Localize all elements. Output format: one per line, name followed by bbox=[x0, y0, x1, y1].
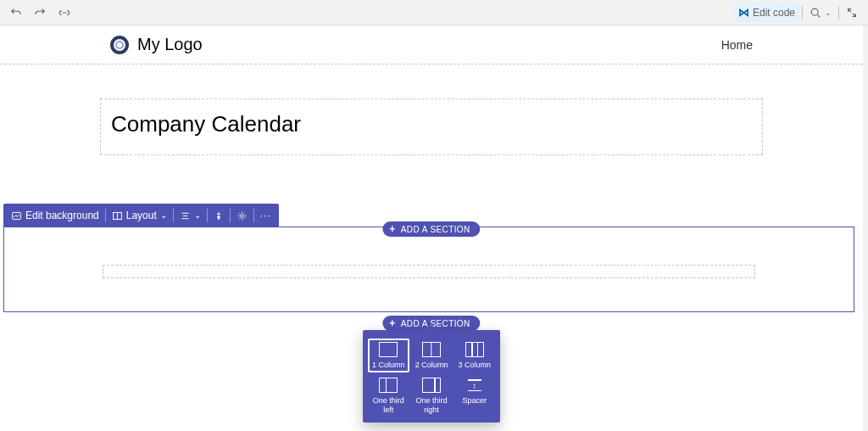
one-column-icon bbox=[379, 342, 398, 357]
plus-icon: + bbox=[389, 318, 395, 328]
layout-1-column[interactable]: 1 Column bbox=[368, 339, 409, 372]
svg-point-3 bbox=[240, 214, 243, 217]
layout-one-third-right[interactable]: One third right bbox=[411, 374, 453, 417]
page-title: Company Calendar bbox=[111, 111, 752, 137]
site-header: My Logo Home bbox=[0, 25, 863, 64]
page-canvas: My Logo Home Company Calendar Edit backg… bbox=[0, 25, 868, 431]
logo-icon bbox=[110, 36, 129, 54]
undo-button[interactable] bbox=[5, 3, 27, 22]
edit-code-label: Edit code bbox=[753, 7, 795, 19]
vscode-icon: ⋈ bbox=[738, 6, 749, 19]
layout-picker: 1 Column 2 Column 3 Column One third lef… bbox=[363, 330, 500, 423]
add-section-label: ADD A SECTION bbox=[401, 225, 470, 234]
layout-2-column[interactable]: 2 Column bbox=[411, 339, 453, 372]
nav-home[interactable]: Home bbox=[721, 38, 753, 52]
add-section-top[interactable]: + ADD A SECTION bbox=[382, 221, 480, 237]
svg-point-0 bbox=[811, 8, 818, 15]
spacer-icon: ↕ bbox=[465, 378, 484, 393]
layout-3-column[interactable]: 3 Column bbox=[453, 339, 495, 372]
pin-button[interactable] bbox=[208, 204, 230, 227]
section-toolbar: Edit background Layout bbox=[3, 204, 279, 227]
layout-one-third-left[interactable]: One third left bbox=[368, 374, 409, 417]
content-column: Company Calendar bbox=[0, 64, 863, 155]
edit-code-button[interactable]: ⋈ Edit code bbox=[733, 3, 800, 22]
more-button[interactable]: ··· bbox=[254, 204, 277, 227]
zoom-button[interactable]: ⌄ bbox=[804, 3, 837, 22]
layout-label: Layout bbox=[126, 210, 157, 221]
active-section[interactable] bbox=[3, 227, 854, 312]
three-column-icon bbox=[465, 342, 484, 357]
expand-button[interactable] bbox=[841, 3, 863, 22]
edit-background-label: Edit background bbox=[25, 210, 99, 221]
align-button[interactable] bbox=[174, 204, 207, 227]
empty-webpart-zone[interactable] bbox=[103, 265, 755, 278]
top-command-bar: ⋈ Edit code ⌄ bbox=[0, 0, 868, 25]
two-column-icon bbox=[422, 342, 441, 357]
settings-button[interactable] bbox=[231, 204, 253, 227]
one-third-left-icon bbox=[379, 378, 398, 393]
one-third-right-icon bbox=[422, 378, 441, 393]
edit-background-button[interactable]: Edit background bbox=[5, 204, 105, 227]
title-region[interactable]: Company Calendar bbox=[100, 98, 763, 155]
layout-button[interactable]: Layout bbox=[106, 204, 173, 227]
link-button[interactable] bbox=[53, 3, 76, 22]
logo-text: My Logo bbox=[137, 35, 203, 54]
redo-button[interactable] bbox=[29, 3, 51, 22]
plus-icon: + bbox=[389, 224, 395, 234]
layout-spacer[interactable]: ↕ Spacer bbox=[453, 374, 495, 417]
